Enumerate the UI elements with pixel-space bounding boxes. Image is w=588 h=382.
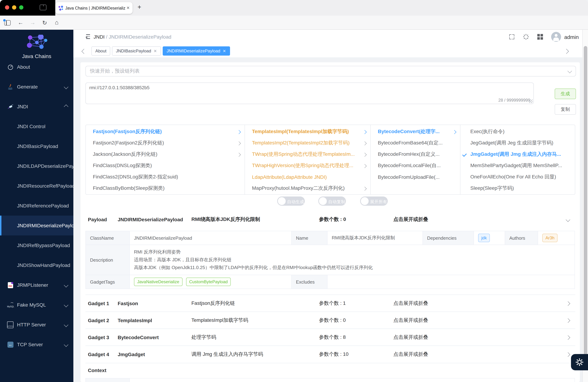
cascader-option[interactable]: TWrapHighVersion(使用Spring动态代理处理... [245,160,370,171]
cascader-option[interactable]: BytecodeFromUploadFile(... [371,171,460,183]
sidebar-item-jndiresourcerefpayload[interactable]: JNDIResourceRefPayload [0,176,73,196]
payload-expand-hint: 点击展开或折叠 [393,216,532,223]
gadget-row-1[interactable]: Gadget 1 Fastjson Fastjson反序列化链 参数个数 : 1… [85,295,575,312]
cascader-option[interactable]: TemplatesImpl(TemplatesImpl加载字节码) [245,126,370,137]
sidebar-item-jndi-control[interactable]: JNDI Control [0,116,73,136]
gadget-tag: JavaNativeDeserialize [134,278,182,286]
description-label: Description [86,245,130,275]
tab-about[interactable]: About [91,46,110,56]
resize-handle[interactable] [529,99,533,103]
tab-close-icon[interactable]: ✕ [126,6,130,10]
tab-label: JNDIRMIDeserializePayload [167,49,220,54]
sidebar-item-jrmplistener[interactable]: RMI JRMPListener [0,275,73,295]
cascader-option[interactable]: MemShellPartyGadget(调用 MemShellP... [461,160,575,171]
back-button[interactable]: ← [16,16,25,30]
sidebar-item-label: Generate [17,84,38,90]
copy-button[interactable]: 复制 [555,104,576,115]
cascader-column-4: Exec(执行命令) JegGadget(调用 Jeg 生成回显字节码) Jmg… [461,125,575,194]
tab-label: About [95,49,106,54]
cascader-option[interactable]: BytecodeFromLocalFile(自... [371,160,460,171]
collapse-sidebar-icon[interactable] [84,34,90,39]
cascader-option[interactable]: TemplatesImpl2(TemplatesImpl2加载字节码) [245,137,370,149]
logo-network-icon [25,35,48,50]
cascader-option-selected[interactable]: JmgGadget(调用 Jmg 生成注入内存马... [461,149,575,160]
tab-jndirmideserializepayload[interactable]: JNDIRMIDeserializePayload ✕ [163,46,230,56]
tab-label: JNDIBasicPayload [116,49,151,54]
generate-button[interactable]: 生成 [555,89,576,99]
tab-jndibasicpayload[interactable]: JNDIBasicPayload ✕ [112,46,161,56]
sidebar-item-jndirmideserializepayload[interactable]: JNDIRMIDeserializePayload [0,216,73,235]
sidebar-item-http-server[interactable]: HTTP:// HTTP Server [0,315,73,335]
cascader-option[interactable]: BytecodeFromBase64(自定... [371,137,460,149]
sidebar-item-label: TCP Server [17,342,43,347]
sidebar-item-fake-mysql[interactable]: MySQL Fake MySQL [0,295,73,315]
cascader-option[interactable]: JegGadget(调用 Jeg 生成回显字节码) [461,137,575,149]
gadget-row-2[interactable]: Gadget 2 TemplatesImpl TemplatesImpl加载字节… [85,312,575,329]
sidebar-item-about[interactable]: About [0,57,73,77]
browser-tab[interactable]: Java Chains | JNDIRMIDeserializ ✕ [55,2,133,14]
sidebar-item-label: JNDIReferencePayload [17,203,69,209]
cascader-option[interactable]: Fastjson(Fastjson反序列化链) [86,126,245,137]
cascader-option[interactable]: FindClass(DNSLog探测类) [86,160,245,171]
cascader-option[interactable]: Fastjson2(Fastjson2反序列化链) [86,137,245,149]
cascader-option[interactable]: Exec(执行命令) [461,126,575,137]
sidebar-item-tcp-server[interactable]: ↔ TCP Server [0,335,73,354]
cascader-option[interactable]: Sleep(Sleep字节码) [461,183,575,194]
gadget-param-count: 参数个数 : 8 [319,334,393,341]
page-scrollbar[interactable] [582,30,588,382]
cascader-option[interactable]: FindClassByBomb(Sleep探测类) [86,183,245,194]
cascader-option[interactable]: BytecodeFromHex(自定义... [371,149,460,160]
rmi-file-icon: RMI [7,282,14,288]
sidebar-item-generate[interactable]: Generate [0,77,73,97]
username[interactable]: admin [564,34,579,40]
traffic-close-button[interactable] [5,5,9,10]
gadget-row-4[interactable]: Gadget 4 JmgGadget 调用 Jmg 生成注入内存马字节码 参数个… [85,345,575,363]
tab-overview-icon[interactable] [4,20,11,25]
sidebar-item-label: JNDIShowHandPayload [17,262,70,268]
gadget-row-3[interactable]: Gadget 3 BytecodeConvert 处理字节码 参数个数 : 8 … [85,328,575,346]
sidebar-item-jndibasicpayload[interactable]: JNDIBasicPayload [0,136,73,156]
titlebar-sidebar-icon[interactable] [40,5,46,10]
cascader-option[interactable]: Jackson(Jackson反序列化链) [86,149,245,160]
expand-all-toggle[interactable]: 展开所有 [360,196,388,206]
auto-copy-toggle[interactable]: 自动复制 [318,196,346,206]
payload-summary-row[interactable]: Payload JNDIRMIDeserializePayload RMI绕高版… [85,212,575,227]
breadcrumb-root[interactable]: JNDI [94,34,105,40]
cascader-option[interactable]: TWrap(使用Spring动态代理处理TemplatesIm... [245,149,370,160]
traffic-zoom-button[interactable] [19,5,23,10]
tab-title: Java Chains | JNDIRMIDeserializ [65,6,126,10]
new-tab-button[interactable]: + [138,3,141,11]
settings-fab[interactable] [571,354,588,370]
sidebar-item-jndireferencepayload[interactable]: JNDIReferencePayload [0,196,73,216]
home-button[interactable]: ⌂ [52,16,62,30]
sidebar-item-jndildapdeserializepayload[interactable]: JNDILDAPDeserializePayload [0,156,73,176]
avatar[interactable] [551,32,561,42]
quickstart-select[interactable]: 快速开始，预设链列表 [85,66,576,76]
cascader-option[interactable]: FindClass2(DNSLog探测类2-指定suid) [86,171,245,183]
app-sidebar: Java Chains About Generate JNDI [0,30,73,382]
char-count: 28 / 9999999999 [498,98,530,103]
cascader-option[interactable]: OneForAllEcho(One For All Echo 回显) [461,171,575,183]
auto-generate-toggle[interactable]: 自动生成 [277,196,305,206]
refresh-spinner-icon[interactable] [522,34,530,40]
traffic-minimize-button[interactable] [12,5,16,10]
scrollbar-thumb[interactable] [584,46,587,356]
sidebar-item-jndishowhandpayload[interactable]: JNDIShowHandPayload [0,255,73,275]
cascader-option[interactable]: MapProxy(hutool.MapProxy二次反序列化) [245,183,370,194]
mysql-icon: MySQL [7,302,14,308]
tab-close-icon[interactable]: ✕ [154,49,157,53]
apps-grid-icon[interactable] [536,34,545,40]
cascader-option[interactable]: LdapAttribute(LdapAttribute JNDI) [245,171,370,183]
check-icon [462,152,467,157]
tab-close-icon[interactable]: ✕ [223,49,226,53]
sidebar-item-jndi[interactable]: JNDI [0,97,73,116]
fullscreen-icon[interactable] [507,34,516,40]
classname-label: ClassName [86,231,130,245]
forward-button[interactable]: → [28,16,38,30]
cascader-option[interactable]: BytecodeConvert(处理字... [371,126,460,137]
chain-cascader: Fastjson(Fastjson反序列化链) Fastjson2(Fastjs… [85,125,575,195]
sidebar-item-jndirefbypasspayload[interactable]: JNDIRefBypassPayload [0,235,73,255]
name-value: RMI绕高版本JDK反序列化限制 [328,231,423,245]
payload-textarea[interactable]: rmi://127.0.0.1:50388/3852b5 [85,82,534,104]
reload-button[interactable]: ↻ [40,16,50,30]
